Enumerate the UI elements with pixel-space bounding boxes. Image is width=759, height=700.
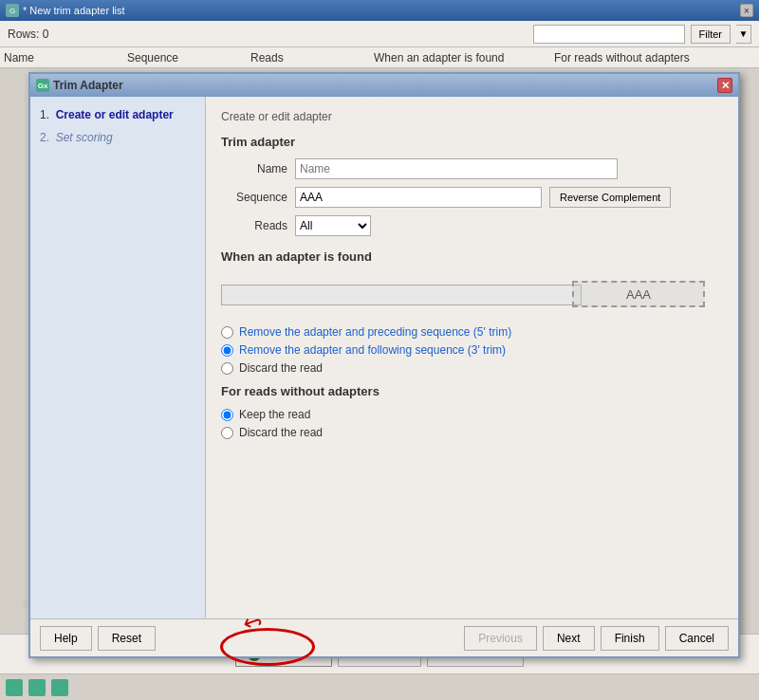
- trim-adapter-section-label: Trim adapter: [221, 135, 723, 149]
- col-header-name: Name: [4, 51, 127, 64]
- toolbar: Rows: 0 Filter ▼: [0, 21, 759, 47]
- name-label: Name: [221, 162, 287, 175]
- close-button[interactable]: ×: [740, 4, 753, 17]
- main-window: G * New trim adapter list × Rows: 0 Filt…: [0, 0, 759, 700]
- adapter-visual: AAA: [221, 273, 723, 316]
- name-input[interactable]: [295, 158, 618, 179]
- radio-3trim: Remove the adapter and following sequenc…: [221, 343, 723, 357]
- finish-button[interactable]: Finish: [601, 626, 659, 651]
- radio-discard-2-label: Discard the read: [239, 426, 323, 439]
- radio-discard-input[interactable]: [221, 362, 233, 375]
- panel-title: Create or edit adapter: [221, 110, 723, 123]
- previous-button[interactable]: Previous: [464, 626, 537, 651]
- dialog-right-panel: Create or edit adapter Trim adapter Name…: [206, 97, 738, 618]
- radio-5trim-input[interactable]: [221, 326, 233, 339]
- next-button[interactable]: Next: [543, 626, 595, 651]
- status-bar: [0, 673, 759, 700]
- radio-discard-read-2: Discard the read: [221, 426, 723, 439]
- dialog-icon: Gx: [36, 79, 49, 92]
- when-found-options: Remove the adapter and preceding sequenc…: [221, 325, 723, 375]
- reads-select[interactable]: All Forward Reverse: [295, 215, 371, 236]
- sequence-row: Sequence Reverse Complement: [221, 187, 723, 208]
- dialog-title-bar: Gx Trim Adapter ✕: [30, 74, 738, 97]
- status-icon-1: [6, 679, 23, 696]
- radio-keep-read: Keep the read: [221, 408, 723, 421]
- sequence-label: Sequence: [221, 191, 287, 204]
- col-header-when: When an adapter is found: [374, 51, 554, 64]
- col-header-reads: Reads: [250, 51, 374, 64]
- wizard-step-1-label[interactable]: Create or edit adapter: [56, 108, 174, 121]
- when-found-label: When an adapter is found: [221, 249, 723, 264]
- adapter-dashed-box: AAA: [572, 281, 705, 307]
- sequence-input[interactable]: [295, 187, 542, 208]
- reverse-complement-button[interactable]: Reverse Complement: [549, 187, 671, 208]
- wizard-step-2-label[interactable]: Set scoring: [56, 131, 113, 144]
- reset-button[interactable]: Reset: [98, 626, 156, 651]
- title-bar: G * New trim adapter list ×: [0, 0, 759, 21]
- status-icon-2: [28, 679, 46, 696]
- without-adapters-options: Keep the read Discard the read: [221, 408, 723, 439]
- column-headers: Name Sequence Reads When an adapter is f…: [0, 47, 759, 68]
- reads-label: Reads: [221, 219, 287, 232]
- filter-dropdown-button[interactable]: ▼: [736, 25, 751, 44]
- wizard-steps: 1. Create or edit adapter 2. Set scoring: [30, 97, 206, 618]
- adapter-text: AAA: [626, 287, 651, 302]
- radio-discard-2-input[interactable]: [221, 427, 233, 439]
- col-header-without: For reads without adapters: [554, 51, 755, 64]
- title-bar-text: * New trim adapter list: [23, 5, 736, 16]
- adapter-bar: [221, 285, 582, 305]
- radio-3trim-input[interactable]: [221, 344, 233, 357]
- dialog-title: Trim Adapter: [53, 79, 713, 92]
- filter-input[interactable]: [533, 25, 685, 44]
- content-area: TUTORIAL Gx Trim Adapter ✕ 1. Create or …: [0, 68, 759, 634]
- app-icon: G: [6, 4, 19, 17]
- rows-count: Rows: 0: [8, 28, 48, 41]
- filter-button[interactable]: Filter: [691, 25, 731, 44]
- without-adapters-section: For reads without adapters Keep the read…: [221, 384, 723, 439]
- radio-5trim: Remove the adapter and preceding sequenc…: [221, 325, 723, 339]
- dialog-close-button[interactable]: ✕: [717, 78, 732, 93]
- cancel-button[interactable]: Cancel: [665, 626, 729, 651]
- status-icon-3: [51, 679, 68, 696]
- radio-3trim-label: Remove the adapter and following sequenc…: [239, 343, 506, 357]
- radio-keep-label: Keep the read: [239, 408, 310, 421]
- radio-discard-label: Discard the read: [239, 361, 323, 375]
- col-header-sequence: Sequence: [127, 51, 250, 64]
- wizard-step-1: 1. Create or edit adapter: [40, 108, 195, 121]
- radio-5trim-label: Remove the adapter and preceding sequenc…: [239, 325, 511, 339]
- reads-row: Reads All Forward Reverse: [221, 215, 723, 236]
- radio-discard-read: Discard the read: [221, 361, 723, 375]
- dialog-bottom-bar: Help Reset Previous Next Finish Cancel: [30, 618, 738, 656]
- without-adapters-label: For reads without adapters: [221, 384, 723, 398]
- name-row: Name: [221, 158, 723, 179]
- help-button[interactable]: Help: [40, 626, 92, 651]
- radio-keep-input[interactable]: [221, 409, 233, 421]
- dialog-body: 1. Create or edit adapter 2. Set scoring…: [30, 97, 738, 618]
- when-found-section: When an adapter is found AAA: [221, 249, 723, 375]
- wizard-step-2[interactable]: 2. Set scoring: [40, 131, 195, 144]
- trim-adapter-dialog: Gx Trim Adapter ✕ 1. Create or edit adap…: [28, 72, 740, 658]
